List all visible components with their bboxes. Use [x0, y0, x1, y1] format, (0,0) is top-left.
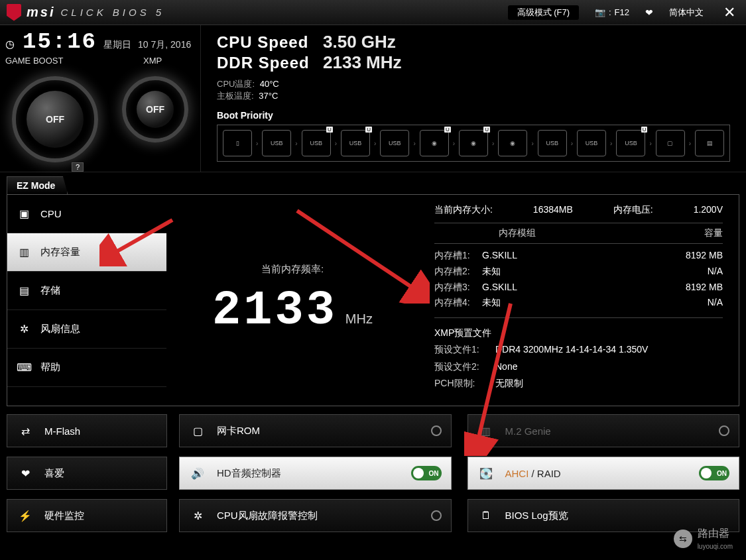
boot-device-usb[interactable]: USBU — [341, 130, 370, 156]
boot-device-usb[interactable]: USB — [577, 130, 606, 156]
favorite-button[interactable]: ❤ 喜爱 — [7, 457, 167, 490]
memory-slot-row: 内存槽4:未知N/A — [434, 295, 723, 311]
hwmonitor-button[interactable]: ⚡ 硬件监控 — [7, 499, 167, 532]
heart-icon[interactable]: ❤ — [645, 7, 653, 18]
game-boost-label: GAME BOOST — [5, 56, 143, 66]
clock-weekday: 星期日 — [103, 39, 131, 51]
memory-slot-row: 内存槽3:G.SKILL8192 MB — [434, 280, 723, 296]
clock-time: 15:16 — [23, 29, 97, 54]
boot-device-floppy[interactable]: ▢ — [656, 130, 685, 156]
clock-icon: ◷ — [5, 38, 15, 50]
fan-icon: ✲ — [17, 323, 31, 335]
storage-icon: ▤ — [17, 284, 31, 297]
xmp-dial[interactable]: OFF — [115, 70, 195, 149]
m2-icon: ▥ — [477, 425, 495, 437]
log-icon: 🗒 — [477, 510, 495, 522]
advanced-mode-button[interactable]: 高级模式 (F7) — [508, 5, 579, 20]
xmp-profiles-label: XMP预置文件 — [434, 325, 723, 341]
boot-priority-label: Boot Priority — [217, 110, 730, 121]
memory-icon: ▥ — [17, 246, 31, 258]
topbar: msi CLICK BIOS 5 高级模式 (F7) 📷: F12 ❤ 简体中文… — [0, 0, 746, 25]
language-selector[interactable]: 简体中文 — [669, 7, 704, 19]
camera-icon: 📷 — [595, 7, 605, 17]
msi-logo: msi CLICK BIOS 5 — [7, 4, 164, 21]
boot-device-hdd[interactable]: ▯ — [223, 130, 252, 156]
heart-icon: ❤ — [17, 467, 34, 480]
fan-fail-button[interactable]: ✲ CPU风扇故障报警控制 — [179, 499, 452, 532]
game-boost-dial[interactable]: OFF — [5, 70, 105, 169]
boot-device-usb[interactable]: USBU — [302, 130, 331, 156]
router-icon: ⇆ — [674, 530, 692, 548]
toggle-on[interactable]: ON — [411, 466, 442, 480]
cpu-speed-value: 3.50 GHz — [323, 32, 396, 52]
radio-off-icon — [719, 425, 729, 436]
audio-icon: 🔊 — [189, 467, 206, 480]
ahci-raid-button[interactable]: 💽 AHCI / RAID ON — [467, 457, 740, 490]
cpu-speed-label: CPU Speed — [217, 33, 311, 52]
screenshot-button[interactable]: 📷: F12 — [595, 7, 629, 17]
memory-details-panel: 当前内存大小: 16384MB 内存电压: 1.200V 内存模组 容量 内存槽… — [418, 195, 739, 406]
sidebar-item-help[interactable]: ⌨ 帮助 — [7, 349, 166, 387]
freq-label: 当前内存频率: — [261, 263, 324, 276]
shield-icon — [7, 4, 21, 21]
product-text: CLICK BIOS 5 — [60, 7, 164, 18]
boot-device-usb[interactable]: USB — [380, 130, 409, 156]
hotkey-icon: ⌨ — [17, 361, 31, 374]
boot-device-usb[interactable]: USB — [262, 130, 291, 156]
module-header: 内存模组 — [434, 227, 600, 239]
mflash-button[interactable]: ⇄ M-Flash — [7, 414, 167, 447]
pch-limit: 无限制 — [495, 378, 523, 388]
monitor-icon: ⚡ — [17, 510, 34, 522]
mb-temp-label: 主板温度: — [217, 91, 254, 101]
boot-device-cd[interactable]: ◉ — [498, 130, 527, 156]
ddr-speed-value: 2133 MHz — [323, 52, 402, 73]
boot-device-cd[interactable]: ◉U — [459, 130, 488, 156]
hd-audio-button[interactable]: 🔊 HD音频控制器 ON — [179, 457, 452, 490]
mem-size: 16384MB — [533, 204, 573, 215]
mb-temp-value: 37°C — [259, 91, 278, 101]
brand-text: msi — [27, 5, 55, 20]
freq-value: 2133 — [212, 284, 338, 338]
boot-device-usb[interactable]: USBU — [616, 130, 645, 156]
radio-off-icon — [431, 510, 442, 521]
capacity-header: 容量 — [600, 227, 723, 239]
memory-frequency-panel: 当前内存频率: 2133 MHz — [166, 195, 418, 406]
boot-device-net[interactable]: ▤ — [695, 130, 724, 156]
toggle-on[interactable]: ON — [699, 466, 729, 480]
cpu-icon: ▣ — [17, 207, 31, 220]
freq-unit: MHz — [345, 311, 373, 326]
nic-icon: ▢ — [189, 425, 206, 437]
xmp-profile-1: DDR4 3200MHz 14-14-14-34 1.350V — [495, 344, 648, 355]
fan-warn-icon: ✲ — [189, 510, 206, 522]
boot-priority-strip[interactable]: ▯› USB› USBU› USBU› USB› ◉U› ◉U› ◉› USB›… — [217, 125, 730, 162]
xmp-state: OFF — [137, 91, 174, 128]
watermark: ⇆ 路由器 luyouqi.com — [674, 527, 733, 551]
lan-rom-button[interactable]: ▢ 网卡ROM — [179, 414, 452, 447]
boot-device-usb[interactable]: USB — [538, 130, 567, 156]
m2-genie-button[interactable]: ▥ M.2 Genie — [467, 414, 740, 447]
disk-icon: 💽 — [477, 467, 495, 480]
sidebar-item-storage[interactable]: ▤ 存储 — [7, 272, 166, 310]
sidebar-item-cpu[interactable]: ▣ CPU — [7, 195, 166, 233]
memory-slot-row: 内存槽2:未知N/A — [434, 264, 723, 280]
mem-volt: 1.200V — [694, 204, 723, 215]
ez-mode-tab[interactable]: EZ Mode — [7, 176, 68, 194]
xmp-label: XMP — [143, 56, 162, 66]
cpu-temp-label: CPU温度: — [217, 79, 255, 89]
boot-device-cd[interactable]: ◉U — [420, 130, 449, 156]
radio-off-icon — [431, 425, 442, 436]
game-boost-state: OFF — [27, 91, 84, 148]
ddr-speed-label: DDR Speed — [217, 54, 311, 72]
system-info-panel: MB: Z170 KRAIT GAMING (MS-7984) CPU: Int… — [742, 25, 746, 172]
clock-date: 10 7月, 2016 — [138, 39, 191, 51]
xmp-profile-2: None — [495, 361, 517, 372]
close-button[interactable]: ✕ — [719, 4, 739, 21]
help-icon[interactable]: ? — [72, 162, 84, 172]
sidebar-item-fan[interactable]: ✲ 风扇信息 — [7, 310, 166, 349]
flash-icon: ⇄ — [17, 425, 34, 437]
memory-slot-row: 内存槽1:G.SKILL8192 MB — [434, 248, 723, 264]
ez-sidebar: ▣ CPU ▥ 内存容量 ▤ 存储 ✲ 风扇信息 ⌨ 帮助 — [7, 195, 166, 406]
cpu-temp-value: 40°C — [260, 79, 279, 89]
sidebar-item-memory[interactable]: ▥ 内存容量 — [7, 233, 166, 272]
